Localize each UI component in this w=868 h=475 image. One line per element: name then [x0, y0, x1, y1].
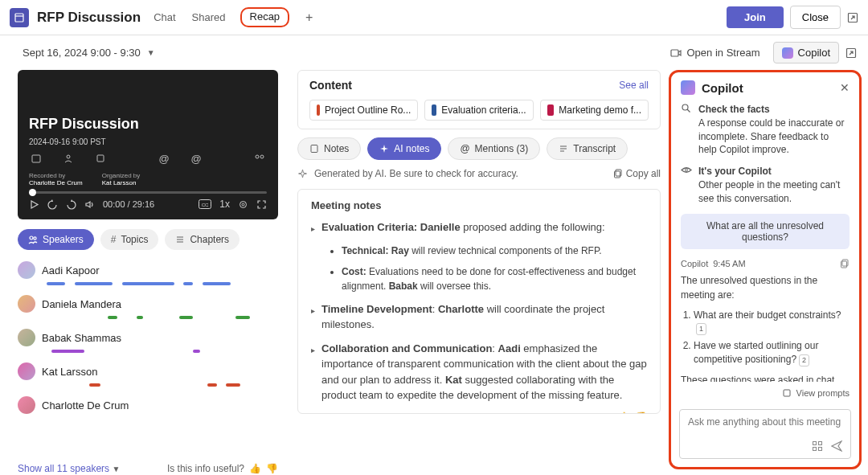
speaker-row[interactable]: Kat Larsson	[18, 362, 278, 380]
thumbs-down-icon[interactable]: 👎	[266, 463, 278, 474]
speed-button[interactable]: 1x	[219, 199, 230, 210]
chevron-down-icon: ▼	[147, 48, 155, 57]
copilot-body: Check the factsA response could be inacc…	[671, 103, 859, 382]
reference-badge[interactable]: 2	[799, 354, 809, 366]
video-icon	[547, 104, 555, 116]
popout-icon[interactable]	[845, 47, 857, 59]
video-subtitle: 2024-09-16 9:00 PST	[29, 137, 267, 146]
play-icon[interactable]	[29, 199, 39, 210]
popout-icon[interactable]	[847, 12, 858, 23]
file-item[interactable]: Project Outline Ro...	[309, 100, 418, 121]
chevron-right-icon: ▸	[311, 344, 315, 403]
note-bullet: Cost: Evaluations need to be done for co…	[342, 264, 647, 293]
copilot-input[interactable]	[688, 416, 842, 428]
speakers-chip[interactable]: Speakers	[18, 229, 94, 250]
video-player[interactable]: RFP Discussion 2024-09-16 9:00 PST @ @ R…	[18, 70, 278, 219]
notes-useful-label: Are these notes useful?	[518, 412, 612, 415]
file-item[interactable]: Evaluation criteria...	[424, 100, 533, 121]
show-all-speakers-link[interactable]: Show all 11 speakers ▼	[18, 463, 120, 474]
view-prompts-button[interactable]: View prompts	[671, 382, 859, 404]
mention-icon: @	[157, 151, 171, 166]
stream-label: Open in Stream	[686, 47, 760, 59]
tab-recap[interactable]: Recap	[240, 7, 290, 27]
organized-by: Kat Larsson	[102, 179, 137, 186]
speaker-timeline[interactable]	[42, 316, 278, 321]
speaker-row[interactable]: Aadi Kapoor	[18, 261, 278, 279]
ai-disclaimer-row: Generated by AI. Be sure to check for ac…	[297, 168, 661, 179]
speaker-row[interactable]: Charlotte De Crum	[18, 396, 278, 414]
recorded-by: Charlotte De Crum	[29, 179, 83, 186]
note-item[interactable]: ▸Timeline Development: Charlotte will co…	[311, 301, 647, 333]
copilot-suggestion[interactable]: What are all the unresolved questions?	[681, 214, 850, 249]
svg-point-19	[682, 104, 688, 110]
sparkle-icon	[379, 144, 389, 154]
reference-badge[interactable]: 1	[696, 323, 706, 335]
cc-icon[interactable]: CC	[199, 199, 211, 209]
view-chips: Speakers #Topics Chapters	[18, 229, 278, 250]
send-icon[interactable]	[831, 440, 842, 452]
copilot-input-box[interactable]	[679, 409, 851, 459]
copy-icon[interactable]	[840, 259, 850, 268]
notes-tab[interactable]: Notes	[297, 137, 361, 160]
transcript-tab[interactable]: Transcript	[547, 137, 628, 160]
video-scrubber[interactable]	[29, 191, 267, 194]
file-item[interactable]: Marketing demo f...	[540, 100, 649, 121]
avatar	[18, 329, 35, 346]
ai-notes-tab[interactable]: AI notes	[367, 137, 441, 160]
tab-shared[interactable]: Shared	[190, 8, 227, 27]
copy-all-button[interactable]: Copy all	[613, 168, 661, 179]
useful-label: Is this info useful?	[167, 463, 244, 474]
recap-tabs: Notes AI notes @Mentions (3) Transcript	[297, 137, 661, 160]
date-selector[interactable]: Sept 16, 2024 9:00 - 9:30 ▼	[18, 43, 160, 62]
copilot-answer-outro: These questions were asked in chat but w…	[681, 373, 850, 382]
showall-row: Show all 11 speakers ▼ Is this info usef…	[18, 458, 278, 474]
recorded-by-label: Recorded by	[29, 172, 65, 179]
book-icon	[782, 388, 792, 398]
add-tab-button[interactable]: +	[305, 10, 313, 25]
note-item[interactable]: ▸Collaboration and Communication: Aadi e…	[311, 341, 647, 403]
see-all-link[interactable]: See all	[619, 80, 649, 91]
settings-icon[interactable]	[238, 199, 248, 210]
transcript-icon	[559, 144, 568, 154]
fullscreen-icon[interactable]	[256, 199, 267, 210]
people-icon	[252, 151, 267, 166]
copilot-toggle[interactable]: Copilot	[773, 42, 839, 63]
speaker-timeline[interactable]	[42, 350, 278, 354]
video-attendee-icons: @ @	[29, 151, 267, 166]
note-bullet: Technical: Ray will review technical com…	[342, 244, 647, 258]
volume-icon[interactable]	[84, 199, 95, 210]
join-button[interactable]: Join	[727, 6, 784, 28]
close-icon[interactable]: ✕	[840, 81, 850, 94]
close-button[interactable]: Close	[790, 6, 841, 29]
chapters-chip[interactable]: Chapters	[165, 229, 240, 250]
svg-point-6	[67, 155, 70, 158]
thumbs-up-icon[interactable]: 👍	[249, 463, 261, 474]
date-text: Sept 16, 2024 9:00 - 9:30	[23, 47, 141, 59]
check-facts-heading: Check the facts	[698, 104, 770, 115]
speaker-timeline[interactable]	[42, 282, 278, 287]
speaker-row[interactable]: Babak Shammas	[18, 329, 278, 346]
open-in-stream-button[interactable]: Open in Stream	[664, 43, 766, 62]
svg-point-12	[240, 201, 247, 207]
speakers-list: Aadi Kapoor Daniela Mandera Babak Shamma…	[18, 261, 278, 458]
thumbs-up-icon[interactable]: 👍	[618, 412, 629, 415]
skip-back-icon[interactable]	[47, 199, 58, 210]
eye-icon	[681, 165, 692, 205]
mentions-tab[interactable]: @Mentions (3)	[448, 137, 540, 160]
speaker-row[interactable]: Daniela Mandera	[18, 295, 278, 313]
apps-icon[interactable]	[812, 440, 823, 452]
copilot-icon	[681, 80, 695, 95]
tab-chat[interactable]: Chat	[152, 8, 177, 27]
avatar	[18, 396, 35, 414]
speaker-timeline[interactable]	[42, 383, 278, 388]
skip-fwd-icon[interactable]	[66, 199, 76, 210]
svg-rect-24	[784, 390, 790, 396]
overflow-icon	[93, 151, 108, 166]
svg-point-13	[242, 203, 244, 206]
thumbs-down-icon[interactable]: 👎	[636, 412, 647, 415]
stream-icon	[670, 47, 682, 59]
topics-chip[interactable]: #Topics	[100, 229, 159, 250]
note-item[interactable]: ▸Evaluation Criteria: Danielle proposed …	[311, 219, 647, 235]
organized-by-label: Organized by	[102, 172, 141, 179]
notes-heading: Meeting notes	[311, 199, 647, 211]
